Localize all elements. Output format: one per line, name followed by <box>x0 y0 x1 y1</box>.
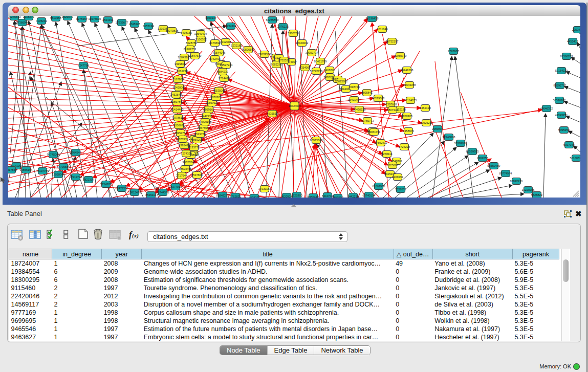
svg-text:8661210: 8661210 <box>177 70 188 73</box>
svg-text:57722796: 57722796 <box>310 70 323 73</box>
svg-text:31667923: 31667923 <box>206 101 219 104</box>
svg-text:36401454: 36401454 <box>348 98 361 101</box>
svg-text:2714423: 2714423 <box>219 77 230 80</box>
svg-text:7312081: 7312081 <box>220 40 231 43</box>
svg-text:6998272: 6998272 <box>249 196 260 198</box>
svg-text:8869169: 8869169 <box>203 108 214 111</box>
svg-text:18354761: 18354761 <box>175 132 187 135</box>
svg-text:66255890: 66255890 <box>266 18 279 21</box>
svg-text:7655194: 7655194 <box>143 25 154 28</box>
svg-text:55650450: 55650450 <box>488 164 500 167</box>
svg-text:32140838: 32140838 <box>443 136 455 139</box>
svg-text:5154287: 5154287 <box>100 183 112 186</box>
svg-text:2964541: 2964541 <box>70 151 81 154</box>
svg-text:8742404: 8742404 <box>209 57 221 60</box>
svg-text:64039108: 64039108 <box>199 120 212 123</box>
svg-text:30926211: 30926211 <box>420 121 432 124</box>
svg-text:57709585: 57709585 <box>57 165 70 168</box>
svg-text:83849218: 83849218 <box>216 194 229 197</box>
svg-text:62472380: 62472380 <box>116 187 128 190</box>
svg-text:81366283: 81366283 <box>560 55 573 58</box>
svg-text:61414460: 61414460 <box>171 108 184 111</box>
svg-text:13028344: 13028344 <box>52 173 65 176</box>
svg-text:8807342: 8807342 <box>387 108 398 112</box>
svg-text:20815439: 20815439 <box>128 191 141 194</box>
svg-text:8958388: 8958388 <box>401 115 412 118</box>
svg-text:39902737: 39902737 <box>306 51 318 54</box>
svg-text:87832216: 87832216 <box>510 180 523 183</box>
svg-text:8275367: 8275367 <box>76 17 88 20</box>
svg-text:4891590: 4891590 <box>332 196 343 198</box>
svg-text:26843185: 26843185 <box>178 56 191 59</box>
svg-text:89070818: 89070818 <box>166 29 179 32</box>
svg-text:70025882: 70025882 <box>335 80 348 83</box>
svg-text:17933677: 17933677 <box>116 21 128 24</box>
svg-text:28377915: 28377915 <box>169 185 182 188</box>
svg-text:2976225: 2976225 <box>277 25 289 28</box>
svg-text:29676659: 29676659 <box>198 126 210 129</box>
svg-text:9513358: 9513358 <box>50 16 61 19</box>
svg-text:5232182: 5232182 <box>231 44 242 47</box>
svg-text:45535068: 45535068 <box>213 89 226 92</box>
svg-text:90628248: 90628248 <box>183 161 195 164</box>
svg-text:48197765: 48197765 <box>36 169 49 172</box>
svg-text:21643368: 21643368 <box>403 83 416 86</box>
svg-text:9078612: 9078612 <box>172 116 184 119</box>
svg-text:77330181: 77330181 <box>258 187 271 190</box>
svg-text:2179699: 2179699 <box>209 41 221 45</box>
svg-text:9208671: 9208671 <box>173 124 185 127</box>
svg-text:2728987: 2728987 <box>448 50 459 53</box>
svg-text:62897893: 62897893 <box>171 100 184 103</box>
svg-text:21527244: 21527244 <box>220 63 233 67</box>
svg-text:66599395: 66599395 <box>466 150 479 153</box>
svg-text:2215279: 2215279 <box>23 16 34 18</box>
svg-text:89774974: 89774974 <box>499 172 512 175</box>
svg-text:83744576: 83744576 <box>157 191 169 194</box>
svg-text:8762825: 8762825 <box>230 195 241 198</box>
svg-text:3956442: 3956442 <box>308 195 319 198</box>
svg-text:36752197: 36752197 <box>386 40 399 43</box>
svg-text:56100526: 56100526 <box>570 157 580 160</box>
svg-text:88592782: 88592782 <box>554 84 567 87</box>
svg-text:72164355: 72164355 <box>404 99 417 102</box>
svg-text:73639532: 73639532 <box>258 53 271 56</box>
svg-text:5380786: 5380786 <box>288 32 299 35</box>
svg-text:8278114: 8278114 <box>381 152 392 156</box>
svg-text:4620914: 4620914 <box>281 195 292 198</box>
svg-text:9860206: 9860206 <box>191 138 203 141</box>
svg-text:1462193: 1462193 <box>420 106 431 110</box>
svg-text:83061791: 83061791 <box>368 130 381 134</box>
svg-text:2717644: 2717644 <box>176 174 187 177</box>
svg-text:5408156: 5408156 <box>181 31 192 34</box>
svg-text:3999805: 3999805 <box>175 62 186 65</box>
svg-text:63428001: 63428001 <box>173 86 186 89</box>
svg-text:1621800: 1621800 <box>291 194 302 197</box>
svg-text:2980815: 2980815 <box>432 127 443 130</box>
svg-text:96856164: 96856164 <box>20 168 33 171</box>
svg-text:65740154: 65740154 <box>363 194 376 197</box>
svg-text:30246633: 30246633 <box>8 16 20 18</box>
svg-text:8133772: 8133772 <box>188 146 200 149</box>
svg-text:10549434: 10549434 <box>194 32 207 35</box>
svg-text:8073933: 8073933 <box>177 138 188 141</box>
svg-text:8028755: 8028755 <box>186 41 197 45</box>
svg-text:3537804: 3537804 <box>191 173 203 177</box>
svg-text:7247794: 7247794 <box>78 64 89 67</box>
svg-text:48646352: 48646352 <box>540 107 553 110</box>
svg-text:5225087: 5225087 <box>387 164 398 167</box>
svg-text:3234302: 3234302 <box>225 25 236 28</box>
svg-text:37430528: 37430528 <box>353 108 366 111</box>
svg-text:38533462: 38533462 <box>179 167 192 170</box>
svg-text:98915866: 98915866 <box>310 139 323 142</box>
svg-text:17912728: 17912728 <box>70 176 82 179</box>
svg-text:19229206: 19229206 <box>522 188 535 191</box>
svg-text:7100362: 7100362 <box>195 38 207 41</box>
svg-text:96319863: 96319863 <box>372 97 385 100</box>
svg-text:93760773: 93760773 <box>361 119 374 122</box>
svg-text:6684233: 6684233 <box>217 70 228 73</box>
svg-text:61103753: 61103753 <box>184 48 196 51</box>
svg-text:2017864: 2017864 <box>8 168 17 171</box>
svg-text:1468706: 1468706 <box>324 69 335 72</box>
svg-text:19375836: 19375836 <box>89 17 101 20</box>
svg-text:5528829: 5528829 <box>531 193 542 196</box>
